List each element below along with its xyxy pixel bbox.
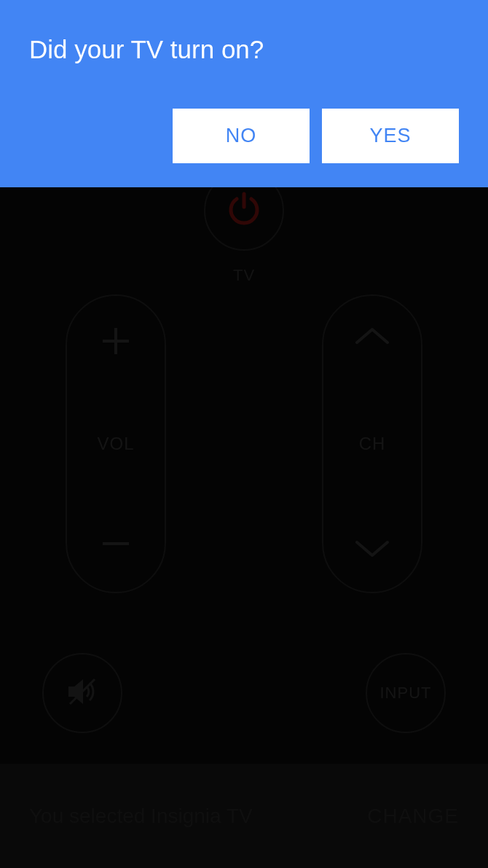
dialog-title: Did your TV turn on? [0,0,488,64]
yes-button[interactable]: YES [322,109,459,163]
no-label: NO [226,125,257,147]
dialog-button-row: NO YES [173,109,459,163]
no-button[interactable]: NO [173,109,310,163]
confirmation-dialog: Did your TV turn on? NO YES [0,0,488,187]
yes-label: YES [369,125,411,147]
